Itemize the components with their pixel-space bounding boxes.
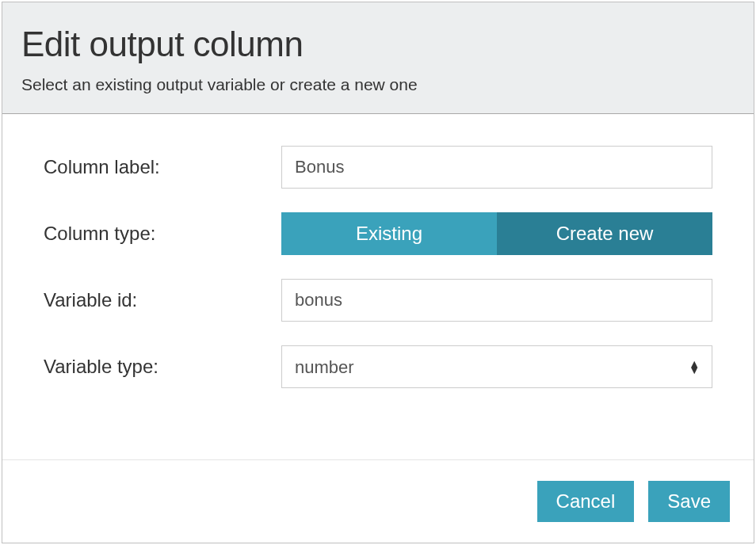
save-button[interactable]: Save — [648, 481, 730, 522]
variable-id-row: Variable id: — [44, 279, 712, 322]
variable-id-input[interactable] — [281, 279, 712, 322]
column-label-input[interactable] — [281, 146, 712, 189]
variable-type-row: Variable type: number ▲ ▼ — [44, 345, 712, 388]
column-type-toggle: Existing Create new — [281, 212, 712, 255]
dialog-header: Edit output column Select an existing ou… — [2, 2, 754, 114]
column-label-row: Column label: — [44, 146, 712, 189]
dialog-subtitle: Select an existing output variable or cr… — [21, 75, 735, 94]
dialog-footer: Cancel Save — [2, 459, 754, 543]
existing-toggle-button[interactable]: Existing — [281, 212, 497, 255]
dialog-body: Column label: Column type: Existing Crea… — [2, 114, 754, 459]
dialog-title: Edit output column — [21, 25, 735, 64]
variable-id-label: Variable id: — [44, 289, 281, 311]
column-label-label: Column label: — [44, 156, 281, 178]
variable-type-select[interactable]: number — [281, 345, 712, 388]
edit-output-column-dialog: Edit output column Select an existing ou… — [2, 2, 754, 543]
column-type-label: Column type: — [44, 223, 281, 245]
cancel-button[interactable]: Cancel — [537, 481, 635, 522]
column-type-row: Column type: Existing Create new — [44, 212, 712, 255]
create-new-toggle-button[interactable]: Create new — [497, 212, 712, 255]
variable-type-label: Variable type: — [44, 356, 281, 378]
